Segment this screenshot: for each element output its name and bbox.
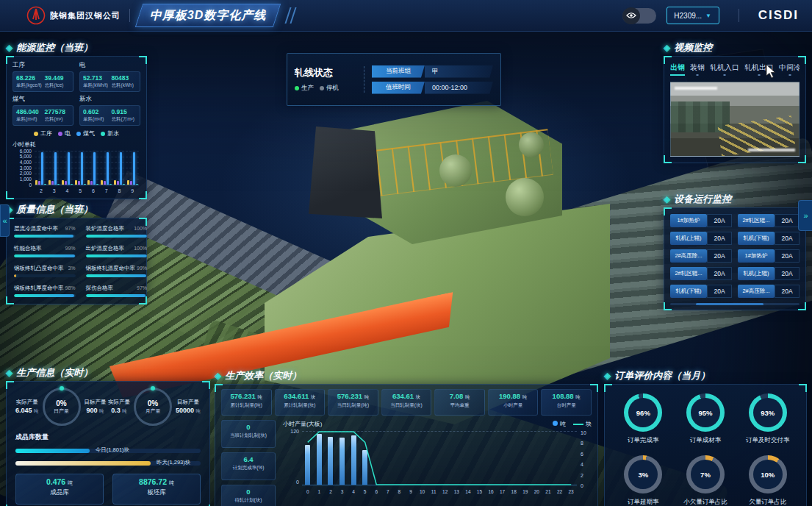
x-axis-tick: 5 — [79, 188, 82, 193]
energy-value: 68.226 — [16, 74, 42, 82]
legend-label: 块 — [586, 421, 592, 427]
device-name: 2#轧区辊... — [738, 214, 775, 227]
donut-value: 93% — [749, 393, 787, 432]
stock-bar-row: 今日(1,801)块 — [15, 446, 201, 455]
panel-production-info: ◈ 生产信息（实时） 实际产量 6.045 吨 0% 日产量 目标产量 9 — [6, 366, 210, 506]
energy-card: 52.713 80483 单耗(kWh/t) 总耗(kWh) — [79, 71, 140, 92]
donut-label: 订单及时交付率 — [746, 436, 790, 445]
status-value: 00:00-12:00 — [425, 82, 493, 94]
target-output-label: 目标产量 — [85, 398, 107, 406]
x-axis-tick: 7 — [382, 489, 394, 494]
status-value: 甲 — [425, 65, 493, 78]
output-period-label: 月产量 — [145, 407, 160, 415]
device-name: 轧机(下辊) — [738, 232, 775, 245]
bar-煤气 — [93, 152, 96, 185]
bar-工序 — [127, 180, 129, 185]
panel-production-efficiency: ◈ 生产效率（实时） 576.231 吨 累计轧制量(吨) 634.611 块 … — [215, 369, 598, 506]
warehouse-value: 0.476 — [46, 477, 65, 486]
efficiency-side-stat: 0 当班计划轧制(块) — [221, 420, 276, 448]
device-select-dropdown[interactable]: H2309... ▼ — [667, 7, 719, 24]
x-axis-tick: 4 — [348, 489, 359, 494]
bar-新水 — [84, 184, 86, 185]
y-axis-tick-left: 0 — [296, 480, 299, 485]
bar-工序 — [101, 180, 103, 185]
x-axis-tick: 3 — [53, 188, 56, 193]
panel-quality-info: ◈ 质量信息（当班） 层流冷温度命中率 97% 装炉温度合格率 100% — [6, 203, 147, 304]
camera-tab[interactable]: 轧机入口 — [710, 63, 739, 76]
bar-煤气 — [41, 152, 43, 185]
bar-group: 5 — [75, 151, 86, 185]
x-axis-tick: 6 — [92, 188, 95, 193]
efficiency-side-stat: 0 待轧计划(块) — [221, 485, 276, 506]
quality-item: 性能合格率 99% — [14, 245, 76, 257]
hourly-output-chart: 01234567891011121314151617181920212223 0… — [302, 431, 577, 494]
unit: 吨 — [99, 408, 104, 413]
device-name: 轧机(上辊) — [738, 267, 775, 280]
quality-value: 97% — [137, 285, 147, 291]
diamond-icon: ◈ — [664, 194, 670, 204]
device-current-value: 20A — [775, 232, 800, 245]
unit: 吨 — [258, 394, 263, 399]
bar-电 — [65, 181, 67, 185]
camera-tab[interactable]: 中间冷 — [779, 63, 800, 76]
bar-电 — [78, 181, 80, 185]
y-axis-tick: 1,000 — [20, 177, 32, 182]
bar-工序 — [87, 180, 90, 185]
energy-value-label: 总耗(m³) — [45, 116, 71, 123]
donut-ring: 7% — [686, 455, 725, 493]
page-title: 中厚板3D数字化产线 — [150, 8, 266, 24]
legend-dot — [101, 132, 105, 136]
energy-section-name: 电 — [79, 61, 140, 70]
energy-section-name: 煤气 — [12, 95, 73, 104]
x-axis-tick: 18 — [508, 489, 520, 494]
bar-工序 — [62, 180, 64, 185]
bar-新水 — [123, 184, 125, 185]
visibility-toggle[interactable] — [622, 8, 656, 24]
panel-order-evaluation: ◈ 订单评价内容（当月） 96% 订单完成率 95% 订单成材率 93% — [604, 369, 807, 506]
expand-right-tab[interactable]: » — [798, 200, 812, 231]
quality-label: 钢板终轧厚度命中率 — [14, 285, 64, 292]
production-group: 实际产量 0.3 吨 0% 月产量 目标产量 50000 吨 — [108, 388, 201, 426]
energy-section: 电 52.713 80483 单耗(kWh/t) 总耗(kWh) — [79, 60, 140, 92]
device-current-value: 20A — [707, 214, 732, 227]
scrollbar-thumb[interactable] — [696, 303, 764, 305]
bar-电 — [90, 181, 93, 185]
scrollbar-track[interactable] — [670, 303, 800, 305]
stock-bar-fill — [15, 461, 151, 466]
camera-tab[interactable]: 出钢 — [670, 63, 685, 76]
progress-fill — [14, 254, 75, 257]
y-axis-tick: 5,000 — [20, 154, 32, 160]
energy-value: 277578 — [45, 108, 71, 115]
target-output-label: 目标产量 — [176, 398, 201, 406]
unit: 块 — [416, 394, 421, 399]
order-kpi-donut: 95% 订单成材率 — [686, 393, 725, 445]
progress-track — [14, 274, 76, 277]
progress-fill — [86, 294, 145, 297]
legend-item: 煤气 — [76, 129, 95, 138]
collapse-left-tab[interactable]: « — [0, 204, 10, 237]
x-axis-tick: 8 — [118, 188, 121, 193]
stat-label: 台时产量 — [543, 402, 589, 409]
panel-equipment-monitoring: ◈ 设备运行监控 1#加热炉 20A 2#轧区辊... 20A 轧机(上辊) 2… — [664, 193, 806, 310]
efficiency-stat-box: 108.88 吨 台时产量 — [541, 389, 592, 416]
line-status-row: 当前班组 甲 — [372, 65, 493, 78]
energy-value: 52.713 — [83, 74, 109, 82]
x-axis-tick: 11 — [428, 489, 439, 494]
bar-group: 9 — [127, 151, 138, 185]
legend-line — [573, 424, 583, 425]
legend-item: 电 — [58, 129, 71, 138]
device-item: 2#轧区辊... 20A — [738, 214, 800, 227]
legend-item: 新水 — [101, 129, 119, 138]
device-current-value: 20A — [707, 232, 732, 245]
cctv-frame[interactable] — [670, 82, 800, 157]
y-axis-tick: 4,000 — [20, 160, 32, 165]
panel-video-monitoring: ◈ 视频监控 出钢 装钢 轧机入口 轧机出口 中间冷 电加热 — [664, 41, 806, 163]
panel-line-status: 轧线状态 生产 停机 当前班组 — [287, 53, 501, 96]
device-item: 轧机(下辊) 20A — [670, 285, 732, 298]
x-axis-tick: 8 — [394, 489, 406, 494]
device-current-value: 20A — [775, 249, 800, 263]
chevron-down-icon: ▼ — [705, 13, 711, 19]
camera-tab[interactable]: 装钢 — [690, 63, 705, 76]
donut-ring: 10% — [749, 455, 787, 493]
stat-value: 6.4 — [243, 455, 253, 463]
